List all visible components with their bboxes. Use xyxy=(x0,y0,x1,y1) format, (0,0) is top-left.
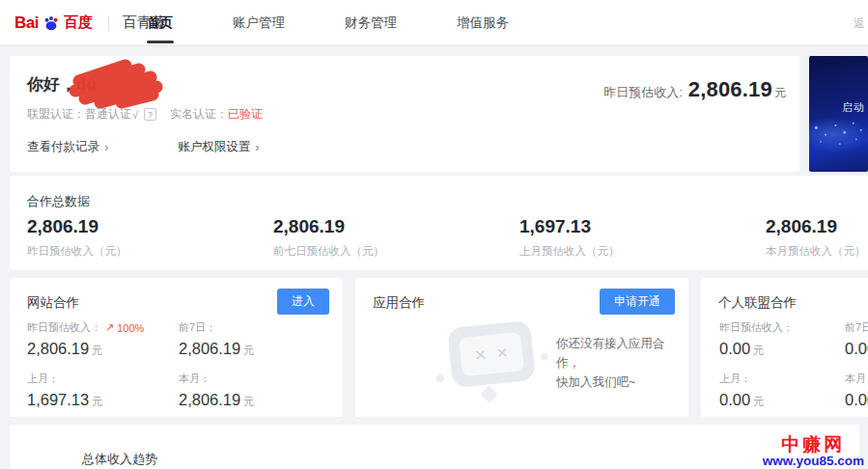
personal-lastmonth-metric: 上月： 0.00元 xyxy=(719,372,764,409)
help-icon[interactable]: ? xyxy=(144,108,156,121)
summary-title: 合作总数据 xyxy=(27,193,90,210)
apply-open-button[interactable]: 申请开通 xyxy=(600,289,675,315)
chevron-right-icon: › xyxy=(104,140,108,154)
website-thismonth-metric: 本月： 2,806.19元 xyxy=(179,372,254,409)
stat-last-month: 1,697.13 上月预估收入（元） xyxy=(519,216,620,259)
trend-title: 总体收入趋势 xyxy=(82,451,157,468)
stat-label: 本月预估收入（元） xyxy=(766,244,866,259)
personal-thismonth-metric: 本月： 0.00 xyxy=(845,372,868,409)
union-cert-label: 联盟认证： xyxy=(27,106,85,123)
union-cert-value: 普通认证 xyxy=(85,106,131,123)
logo-separator: ｜ xyxy=(101,14,116,32)
watermark-name: 中赚网 xyxy=(763,435,864,455)
yesterday-income-label: 昨日预估收入: xyxy=(603,84,683,101)
website-yesterday-metric: 昨日预估收入： ↗ 100% 2,806.19元 xyxy=(27,320,144,358)
stat-label: 前七日预估收入（元） xyxy=(273,244,384,259)
account-permission-link[interactable]: 账户权限设置 › xyxy=(178,139,259,155)
app-card-title: 应用合作 xyxy=(373,294,425,312)
tab-finance-management[interactable]: 财务管理 xyxy=(331,0,410,45)
yesterday-income: 昨日预估收入: 2,806.19 元 xyxy=(603,77,786,102)
greeting-text: 你好，du xyxy=(27,73,97,96)
nav-tabs: 首页 账户管理 财务管理 增值服务 xyxy=(133,0,555,45)
stat-value: 2,806.19 xyxy=(273,216,384,237)
banner-text: 启动 xyxy=(842,100,865,115)
stat-label: 上月预估收入（元） xyxy=(519,244,620,259)
tab-home[interactable]: 首页 xyxy=(133,0,186,45)
site-watermark: 中赚网 www.you85.com xyxy=(763,435,864,468)
baidu-logo-cn: 百度 xyxy=(64,14,93,32)
baidu-paw-icon xyxy=(42,14,60,32)
website-lastmonth-metric: 上月： 1,697.13元 xyxy=(27,372,102,409)
empty-state-robot-icon: ✕ ✕ xyxy=(440,318,546,405)
app-cooperation-card: 应用合作 申请开通 ✕ ✕ 你还没有接入应用合作， 快加入我们吧~ xyxy=(355,278,688,417)
stat-value: 2,806.19 xyxy=(766,216,866,237)
baidu-logo-bai: Bai xyxy=(14,14,39,33)
watermark-url[interactable]: www.you85.com xyxy=(763,455,864,468)
tab-value-added-services[interactable]: 增值服务 xyxy=(443,0,522,45)
top-nav: Bai 百度 ｜ 百青藤 首页 账户管理 财务管理 增值服务 返 xyxy=(0,0,868,45)
stat-last7days: 2,806.19 前七日预估收入（元） xyxy=(273,216,384,259)
trend-up-icon: ↗ xyxy=(105,321,114,334)
greeting-links: 查看付款记录 › 账户权限设置 › xyxy=(27,139,260,155)
realname-cert-label: 实名认证： xyxy=(170,106,228,123)
personal-last7-metric: 前7日： 0.00 xyxy=(845,320,868,358)
payment-records-link[interactable]: 查看付款记录 › xyxy=(27,139,108,155)
promo-banner[interactable]: 启动 xyxy=(809,56,868,172)
personal-yesterday-metric: 昨日预估收入： 0.00元 xyxy=(719,320,794,358)
enter-button[interactable]: 进入 xyxy=(277,289,329,315)
stat-this-month: 2,806.19 本月预估收入（元） xyxy=(766,216,866,259)
stat-value: 2,806.19 xyxy=(27,216,127,237)
stat-label: 昨日预估收入（元） xyxy=(27,244,127,259)
stat-yesterday: 2,806.19 昨日预估收入（元） xyxy=(27,216,127,259)
personal-card-title: 个人联盟合作 xyxy=(718,294,797,312)
realname-cert-status: 已验证 xyxy=(228,106,263,123)
income-trend-card: 总体收入趋势 xyxy=(10,425,859,469)
website-card-title: 网站合作 xyxy=(27,294,79,312)
certification-row: 联盟认证： 普通认证 √ ? 实名认证： 已验证 xyxy=(27,106,263,123)
yesterday-income-value: 2,806.19 xyxy=(688,77,772,102)
yesterday-income-unit: 元 xyxy=(774,85,786,101)
nav-right-clipped-text[interactable]: 返 xyxy=(854,15,865,32)
website-last7-metric: 前7日： 2,806.19元 xyxy=(179,320,254,358)
personal-union-card: 个人联盟合作 昨日预估收入： 0.00元 前7日： 0.00 上月： 0.00元… xyxy=(701,278,868,417)
cooperation-summary-card: 合作总数据 2,806.19 昨日预估收入（元） 2,806.19 前七日预估收… xyxy=(10,176,868,270)
website-cooperation-card: 网站合作 进入 昨日预估收入： ↗ 100% 2,806.19元 前7日： 2,… xyxy=(10,278,343,417)
check-icon: √ xyxy=(132,109,138,121)
app-empty-text: 你还没有接入应用合作， 快加入我们吧~ xyxy=(556,334,688,392)
stat-value: 1,697.13 xyxy=(519,216,620,237)
trend-percent: 100% xyxy=(117,322,144,334)
greeting-card: 你好，du 联盟认证： 普通认证 √ ? 实名认证： 已验证 查看付款记录 › … xyxy=(10,56,799,172)
tab-account-management[interactable]: 账户管理 xyxy=(219,0,298,45)
chevron-right-icon: › xyxy=(255,140,259,154)
